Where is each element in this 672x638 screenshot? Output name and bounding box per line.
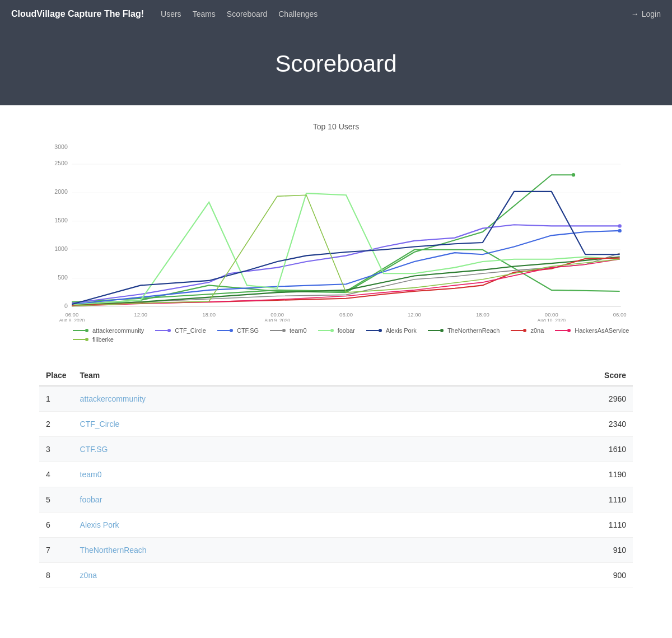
row-place: 1 [39, 386, 73, 412]
col-header-place: Place [39, 365, 73, 386]
row-score: 1190 [462, 462, 633, 487]
svg-point-31 [167, 329, 171, 332]
row-team[interactable]: team0 [73, 462, 462, 487]
svg-point-35 [282, 329, 286, 332]
login-button[interactable]: → Login [631, 10, 661, 18]
table-row: 1attackercommunity2960 [39, 386, 633, 412]
row-team[interactable]: CTF_Circle [73, 412, 462, 437]
login-label: Login [642, 10, 661, 18]
row-score: 1110 [462, 513, 633, 538]
row-place: 6 [39, 513, 73, 538]
nav-scoreboard[interactable]: Scoreboard [227, 10, 267, 18]
row-place: 2 [39, 412, 73, 437]
table-row: 6Alexis Pork1110 [39, 513, 633, 538]
legend-thenorthernreach: TheNorthernReach [428, 327, 500, 334]
chart-legend: attackercommunity CTF_Circle CTF.SG team… [39, 327, 633, 343]
svg-text:12:00: 12:00 [408, 311, 421, 318]
row-score: 2960 [462, 386, 633, 412]
login-icon: → [631, 10, 639, 18]
svg-text:18:00: 18:00 [476, 311, 489, 318]
svg-point-39 [379, 329, 382, 332]
svg-text:06:00: 06:00 [339, 311, 353, 318]
chart-title: Top 10 Users [39, 122, 633, 131]
score-chart: 0 500 1000 1500 2000 2500 3000 06:00 Aug… [39, 142, 633, 322]
svg-point-47 [85, 338, 88, 341]
svg-point-27 [618, 229, 622, 232]
scoreboard-table: Place Team Score 1attackercommunity29602… [39, 365, 633, 588]
legend-team0: team0 [270, 327, 307, 334]
main-content: Top 10 Users 0 500 1000 1500 2000 2500 3… [28, 105, 644, 605]
svg-text:500: 500 [58, 274, 68, 281]
legend-z0na: z0na [511, 327, 544, 334]
row-place: 5 [39, 487, 73, 513]
svg-point-45 [567, 329, 571, 332]
navbar: CloudVillage Capture The Flag! Users Tea… [0, 0, 672, 28]
row-team[interactable]: Alexis Pork [73, 513, 462, 538]
chart-section: Top 10 Users 0 500 1000 1500 2000 2500 3… [39, 122, 633, 343]
svg-text:1500: 1500 [54, 217, 68, 223]
chart-container: 0 500 1000 1500 2000 2500 3000 06:00 Aug… [39, 142, 633, 322]
legend-ctf-circle: CTF_Circle [155, 327, 206, 334]
legend-filiberke: filiberke [73, 336, 114, 343]
nav-links: Users Teams Scoreboard Challenges [161, 10, 631, 18]
col-header-team: Team [73, 365, 462, 386]
svg-text:06:00: 06:00 [613, 311, 627, 318]
table-row: 4team01190 [39, 462, 633, 487]
table-row: 3CTF.SG1610 [39, 437, 633, 462]
svg-text:12:00: 12:00 [134, 311, 147, 318]
row-score: 900 [462, 563, 633, 588]
row-place: 4 [39, 462, 73, 487]
nav-users[interactable]: Users [161, 10, 181, 18]
svg-text:Aug 8, 2020: Aug 8, 2020 [59, 318, 85, 322]
svg-text:1000: 1000 [54, 245, 68, 252]
svg-text:00:00: 00:00 [270, 311, 284, 318]
svg-text:18:00: 18:00 [202, 311, 216, 318]
row-team[interactable]: CTF.SG [73, 437, 462, 462]
svg-text:06:00: 06:00 [65, 311, 78, 318]
row-team[interactable]: z0na [73, 563, 462, 588]
row-place: 3 [39, 437, 73, 462]
hero-section: Scoreboard [0, 28, 672, 105]
svg-text:Aug 10, 2020: Aug 10, 2020 [538, 318, 566, 322]
row-score: 2340 [462, 412, 633, 437]
nav-challenges[interactable]: Challenges [278, 10, 318, 18]
legend-alexis-pork: Alexis Pork [366, 327, 417, 334]
brand: CloudVillage Capture The Flag! [11, 9, 144, 19]
table-header-row: Place Team Score [39, 365, 633, 386]
svg-point-33 [230, 329, 233, 332]
row-team[interactable]: TheNorthernReach [73, 538, 462, 563]
svg-text:2000: 2000 [54, 188, 68, 195]
svg-text:0: 0 [64, 302, 68, 309]
row-team[interactable]: foobar [73, 487, 462, 513]
table-row: 8z0na900 [39, 563, 633, 588]
legend-attackercommunity: attackercommunity [73, 327, 144, 334]
svg-point-29 [85, 329, 88, 332]
nav-teams[interactable]: Teams [193, 10, 216, 18]
svg-text:2500: 2500 [54, 160, 68, 166]
legend-ctf-sg: CTF.SG [217, 327, 259, 334]
svg-point-26 [618, 224, 622, 227]
table-row: 5foobar1110 [39, 487, 633, 513]
svg-point-41 [440, 329, 444, 332]
col-header-score: Score [462, 365, 633, 386]
legend-foobar: foobar [318, 327, 355, 334]
page-title: Scoreboard [11, 50, 661, 77]
svg-point-37 [330, 329, 334, 332]
row-team[interactable]: attackercommunity [73, 386, 462, 412]
svg-text:Aug 9, 2020: Aug 9, 2020 [264, 318, 290, 322]
row-score: 910 [462, 538, 633, 563]
row-place: 8 [39, 563, 73, 588]
row-score: 1110 [462, 487, 633, 513]
svg-text:3000: 3000 [54, 143, 68, 150]
svg-point-25 [572, 173, 575, 176]
svg-text:00:00: 00:00 [545, 311, 558, 318]
table-row: 7TheNorthernReach910 [39, 538, 633, 563]
table-row: 2CTF_Circle2340 [39, 412, 633, 437]
legend-hackersasaservice: HackersAsAService [555, 327, 629, 334]
row-score: 1610 [462, 437, 633, 462]
svg-point-43 [523, 329, 526, 332]
row-place: 7 [39, 538, 73, 563]
